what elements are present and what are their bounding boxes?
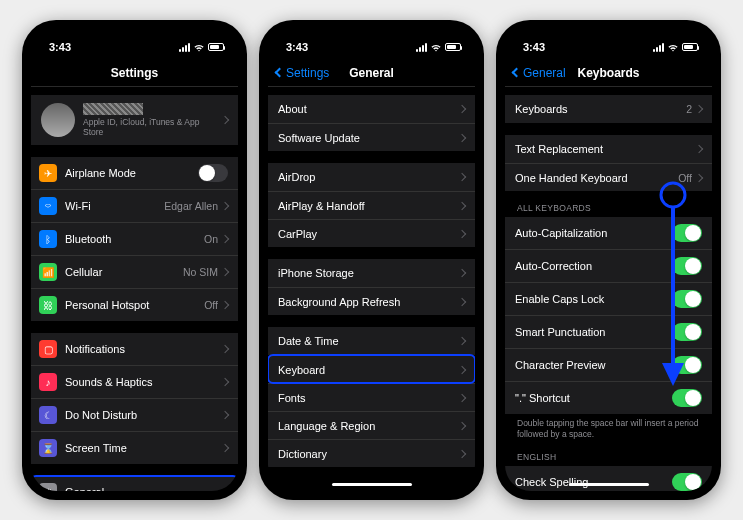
profile-row[interactable]: Apple ID, iCloud, iTunes & App Store xyxy=(31,95,238,145)
notch xyxy=(323,29,421,49)
label: iPhone Storage xyxy=(278,267,459,279)
row-dictionary[interactable]: Dictionary xyxy=(268,439,475,467)
row-autocap[interactable]: Auto-Capitalization xyxy=(505,217,712,249)
chevron-right-icon xyxy=(695,173,703,181)
settings-list[interactable]: Apple ID, iCloud, iTunes & App Store ✈ A… xyxy=(31,87,238,491)
chevron-right-icon xyxy=(458,337,466,345)
label: Smart Punctuation xyxy=(515,326,672,338)
autocorrect-toggle[interactable] xyxy=(672,257,702,275)
phone-keyboards: 3:43 General Keyboards Keyboards2 Text R… xyxy=(496,20,721,500)
row-charpreview[interactable]: Character Preview xyxy=(505,348,712,381)
chevron-right-icon xyxy=(221,268,229,276)
home-indicator[interactable] xyxy=(332,483,412,486)
label: Airplane Mode xyxy=(65,167,198,179)
chevron-right-icon xyxy=(458,365,466,373)
chevron-right-icon xyxy=(221,116,229,124)
row-capslock[interactable]: Enable Caps Lock xyxy=(505,282,712,315)
chevron-right-icon xyxy=(458,201,466,209)
row-autocorrect[interactable]: Auto-Correction xyxy=(505,249,712,282)
row-about[interactable]: About xyxy=(268,95,475,123)
status-right xyxy=(416,43,461,52)
row-sounds[interactable]: ♪ Sounds & Haptics xyxy=(31,365,238,398)
row-dnd[interactable]: ☾ Do Not Disturb xyxy=(31,398,238,431)
value: No SIM xyxy=(183,266,218,278)
wifi-icon xyxy=(193,43,205,52)
row-airplane[interactable]: ✈ Airplane Mode xyxy=(31,157,238,189)
chevron-right-icon xyxy=(221,202,229,210)
label: Dictionary xyxy=(278,448,459,460)
row-airdrop[interactable]: AirDrop xyxy=(268,163,475,191)
row-refresh[interactable]: Background App Refresh xyxy=(268,287,475,315)
label: One Handed Keyboard xyxy=(515,172,678,184)
label: CarPlay xyxy=(278,228,459,240)
spelling-toggle[interactable] xyxy=(672,473,702,491)
label: Character Preview xyxy=(515,359,672,371)
label: Personal Hotspot xyxy=(65,299,204,311)
back-button[interactable]: General xyxy=(513,66,566,80)
shortcut-toggle[interactable] xyxy=(672,389,702,407)
row-software[interactable]: Software Update xyxy=(268,123,475,151)
chevron-right-icon xyxy=(221,378,229,386)
row-keyboards[interactable]: Keyboards2 xyxy=(505,95,712,123)
autocap-toggle[interactable] xyxy=(672,224,702,242)
row-one-handed[interactable]: One Handed KeyboardOff xyxy=(505,163,712,191)
row-wifi[interactable]: ⌔ Wi-Fi Edgar Allen xyxy=(31,189,238,222)
screentime-icon: ⌛ xyxy=(39,439,57,457)
airplane-toggle[interactable] xyxy=(198,164,228,182)
chevron-right-icon xyxy=(221,345,229,353)
row-carplay[interactable]: CarPlay xyxy=(268,219,475,247)
row-smartpunct[interactable]: Smart Punctuation xyxy=(505,315,712,348)
notifications-icon: ▢ xyxy=(39,340,57,358)
row-datetime[interactable]: Date & Time xyxy=(268,327,475,355)
signal-icon xyxy=(179,43,190,52)
row-hotspot[interactable]: ⛓ Personal Hotspot Off xyxy=(31,288,238,321)
header-all-keyboards: ALL KEYBOARDS xyxy=(505,203,712,217)
row-fonts[interactable]: Fonts xyxy=(268,383,475,411)
label: Bluetooth xyxy=(65,233,204,245)
chevron-right-icon xyxy=(221,411,229,419)
row-bluetooth[interactable]: ᛒ Bluetooth On xyxy=(31,222,238,255)
chevron-right-icon xyxy=(695,145,703,153)
value: 2 xyxy=(686,103,692,115)
capslock-toggle[interactable] xyxy=(672,290,702,308)
gear-icon: ⚙ xyxy=(39,483,57,491)
chevron-right-icon xyxy=(458,393,466,401)
general-list[interactable]: About Software Update AirDrop AirPlay & … xyxy=(268,87,475,491)
status-time: 3:43 xyxy=(523,41,545,53)
value: Off xyxy=(678,172,692,184)
row-text-replacement[interactable]: Text Replacement xyxy=(505,135,712,163)
row-shortcut[interactable]: "." Shortcut xyxy=(505,381,712,414)
notch xyxy=(86,29,184,49)
row-notifications[interactable]: ▢ Notifications xyxy=(31,333,238,365)
row-cellular[interactable]: 📶 Cellular No SIM xyxy=(31,255,238,288)
profile-name-redacted xyxy=(83,103,143,115)
header-english: ENGLISH xyxy=(505,452,712,466)
label: Sounds & Haptics xyxy=(65,376,222,388)
label: Background App Refresh xyxy=(278,296,459,308)
charpreview-toggle[interactable] xyxy=(672,356,702,374)
row-keyboard[interactable]: Keyboard xyxy=(268,355,475,383)
row-screentime[interactable]: ⌛ Screen Time xyxy=(31,431,238,464)
row-airplay[interactable]: AirPlay & Handoff xyxy=(268,191,475,219)
phone-settings: 3:43 Settings Apple ID, iCloud, iTunes &… xyxy=(22,20,247,500)
chevron-right-icon xyxy=(458,421,466,429)
label: Notifications xyxy=(65,343,222,355)
page-title: Settings xyxy=(111,66,158,80)
row-general[interactable]: ⚙ General xyxy=(31,476,238,491)
navbar: Settings General xyxy=(268,59,475,87)
dnd-icon: ☾ xyxy=(39,406,57,424)
row-spelling[interactable]: Check Spelling xyxy=(505,466,712,491)
chevron-right-icon xyxy=(221,301,229,309)
chevron-right-icon xyxy=(695,105,703,113)
navbar: General Keyboards xyxy=(505,59,712,87)
chevron-right-icon xyxy=(458,173,466,181)
status-time: 3:43 xyxy=(286,41,308,53)
smartpunct-toggle[interactable] xyxy=(672,323,702,341)
row-language[interactable]: Language & Region xyxy=(268,411,475,439)
back-button[interactable]: Settings xyxy=(276,66,329,80)
keyboards-list[interactable]: Keyboards2 Text Replacement One Handed K… xyxy=(505,87,712,491)
chevron-right-icon xyxy=(458,269,466,277)
home-indicator[interactable] xyxy=(569,483,649,486)
signal-icon xyxy=(653,43,664,52)
row-storage[interactable]: iPhone Storage xyxy=(268,259,475,287)
